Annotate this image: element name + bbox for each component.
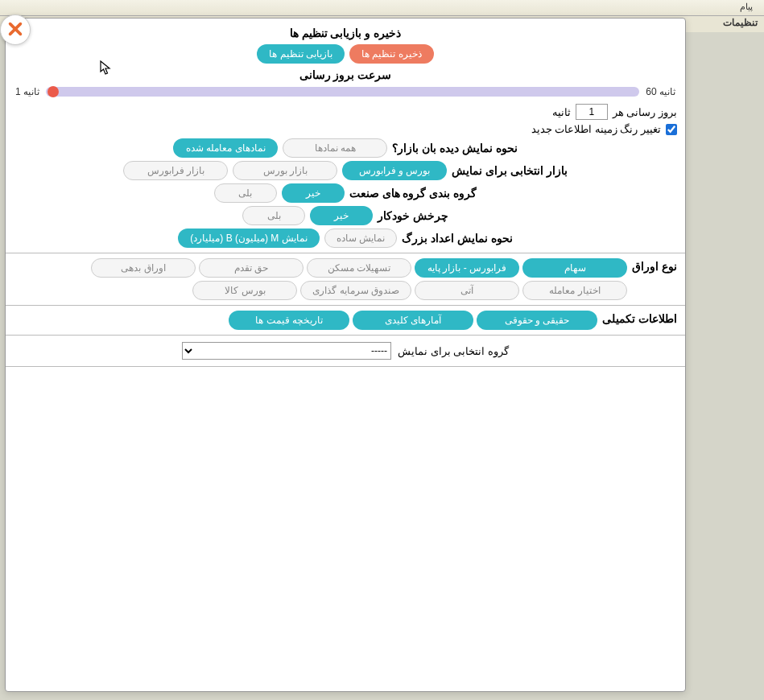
divider	[6, 335, 685, 336]
extra-info-row: اطلاعات تکمیلی حقیقی و حقوقیآمارهای کلید…	[14, 311, 677, 330]
paper-type-row: نوع اوراق سهامفرابورس - بازار پایهتسهیلا…	[14, 258, 677, 300]
industry-yes-option[interactable]: بلی	[214, 183, 277, 203]
save-settings-button[interactable]: ذخیره تنظیم ها	[349, 44, 434, 64]
group-select-row: گروه انتخابی برای نمایش -----	[14, 342, 677, 360]
bg-color-label: تغییر رنگ زمینه اطلاعات جدید	[531, 123, 661, 135]
slider-track[interactable]	[46, 87, 639, 97]
autorotate-label: چرخش خودکار	[378, 209, 448, 222]
watchlist-all-option[interactable]: همه نمادها	[283, 138, 387, 158]
extra-info-option[interactable]: تاریخچه قیمت ها	[229, 311, 349, 330]
extra-info-option[interactable]: آمارهای کلیدی	[353, 311, 473, 330]
refresh-interval-row: بروز رسانی هر ثانیه	[14, 104, 677, 120]
group-select-dropdown[interactable]: -----	[182, 342, 391, 360]
watchlist-row: نحوه نمایش دیده بان بازار؟ همه نمادها نم…	[14, 138, 677, 158]
settings-panel: ذخیره و بازیابی تنظیم ها ذخیره تنظیم ها …	[5, 18, 686, 692]
extra-info-label: اطلاعات تکمیلی	[602, 311, 677, 325]
big-numbers-simple-option[interactable]: نمایش ساده	[324, 229, 397, 248]
big-numbers-row: نحوه نمایش اعداد بزرگ نمایش ساده نمایش M…	[14, 229, 677, 248]
watchlist-label: نحوه نمایش دیده بان بازار؟	[392, 142, 518, 154]
close-icon	[6, 20, 24, 40]
refresh-slider[interactable]: ثانیه 60 ثانیه 1	[14, 86, 677, 97]
autorotate-row: چرخش خودکار خیر بلی	[14, 206, 677, 225]
autorotate-yes-option[interactable]: بلی	[242, 206, 305, 225]
paper-type-option[interactable]: آتی	[415, 281, 519, 300]
paper-type-option[interactable]: حق تقدم	[199, 258, 304, 278]
paper-type-label: نوع اوراق	[632, 258, 677, 273]
divider	[6, 366, 685, 367]
autorotate-no-option[interactable]: خیر	[310, 206, 373, 225]
bg-color-checkbox[interactable]	[666, 124, 677, 135]
paper-type-option[interactable]: اوراق بدهی	[91, 258, 196, 278]
group-select-label: گروه انتخابی برای نمایش	[398, 345, 509, 357]
industry-no-option[interactable]: خیر	[282, 183, 345, 203]
industry-group-row: گروه بندی گروه های صنعت خیر بلی	[14, 183, 677, 203]
extra-info-options: حقیقی و حقوقیآمارهای کلیدیتاریخچه قیمت ه…	[14, 311, 597, 330]
market-bourse-option[interactable]: بازار بورس	[233, 161, 337, 180]
refresh-every-prefix: بروز رسانی هر	[613, 106, 677, 118]
tab-settings[interactable]: تنظیمات	[723, 17, 758, 28]
slider-thumb[interactable]	[47, 86, 59, 97]
extra-info-option[interactable]: حقیقی و حقوقی	[477, 311, 597, 330]
market-fara-option[interactable]: بازار فرابورس	[123, 161, 228, 180]
top-bar: پیام	[0, 0, 764, 16]
paper-type-option[interactable]: تسهیلات مسکن	[307, 258, 411, 278]
paper-type-option[interactable]: سهام	[522, 258, 627, 278]
save-restore-title: ذخیره و بازیابی تنظیم ها	[14, 27, 677, 39]
paper-type-option[interactable]: فرابورس - بازار پایه	[415, 258, 519, 278]
paper-type-option[interactable]: بورس کالا	[192, 281, 297, 300]
close-button[interactable]	[0, 14, 31, 45]
paper-type-options: سهامفرابورس - بازار پایهتسهیلات مسکنحق ت…	[14, 258, 627, 300]
bg-color-row: تغییر رنگ زمینه اطلاعات جدید	[14, 123, 677, 135]
restore-settings-button[interactable]: بازیابی تنظیم ها	[257, 44, 345, 64]
market-row: بازار انتخابی برای نمایش بورس و فرابورس …	[14, 161, 677, 180]
market-label: بازار انتخابی برای نمایش	[452, 164, 568, 177]
paper-type-option[interactable]: اختیار معامله	[522, 281, 627, 300]
refresh-every-suffix: ثانیه	[552, 106, 571, 118]
divider	[6, 253, 685, 253]
slider-max-label: ثانیه 1	[14, 86, 41, 97]
big-numbers-mb-option[interactable]: نمایش M (میلیون) B (میلیارد)	[178, 229, 319, 248]
watchlist-traded-option[interactable]: نمادهای معامله شده	[173, 138, 278, 158]
industry-group-label: گروه بندی گروه های صنعت	[349, 187, 477, 200]
big-numbers-label: نحوه نمایش اعداد بزرگ	[402, 232, 513, 245]
paper-type-option[interactable]: صندوق سرمایه گذاری	[300, 281, 411, 300]
divider	[6, 305, 685, 306]
market-both-option[interactable]: بورس و فرابورس	[342, 161, 447, 180]
refresh-interval-input[interactable]	[576, 104, 608, 120]
slider-min-label: ثانیه 60	[644, 86, 677, 97]
refresh-speed-title: سرعت بروز رسانی	[14, 68, 677, 81]
pager-label: پیام	[735, 2, 758, 11]
